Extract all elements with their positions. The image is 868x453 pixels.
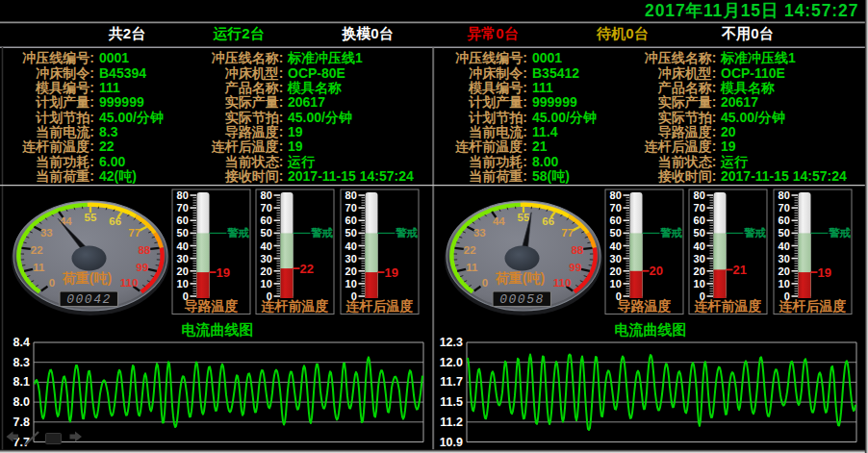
svg-text:88: 88 [571,244,583,256]
svg-text:30: 30 [261,253,272,264]
svg-text:50: 50 [694,227,705,239]
svg-text:60: 60 [779,214,790,226]
svg-text:88: 88 [138,244,150,256]
svg-text:30: 30 [345,253,357,264]
svg-text:警戒: 警戒 [395,227,419,239]
svg-text:22: 22 [464,244,476,256]
svg-text:0001: 0001 [99,50,129,65]
svg-text:冲床机型:: 冲床机型: [225,65,284,81]
svg-text:当前荷重:: 当前荷重: [36,168,94,184]
svg-text:计划节拍:: 计划节拍: [35,110,94,125]
svg-text:19: 19 [385,265,398,280]
svg-text:连杆前温度: 连杆前温度 [694,298,762,314]
svg-text:运行2台: 运行2台 [213,25,264,41]
svg-text:22: 22 [99,138,115,154]
svg-text:60: 60 [694,214,705,226]
svg-text:40: 40 [694,240,705,252]
svg-text:冲床制令:: 冲床制令: [469,65,527,81]
svg-text:当前状态:: 当前状态: [225,154,284,169]
svg-text:8.00: 8.00 [532,154,558,169]
svg-text:20: 20 [694,265,705,277]
svg-text:电流曲线图: 电流曲线图 [182,321,254,338]
svg-text:11.2: 11.2 [440,415,463,429]
svg-text:导路温度: 导路温度 [618,298,672,314]
svg-text:60: 60 [610,214,622,226]
svg-text:冲压线名称:: 冲压线名称: [645,50,717,65]
svg-text:20617: 20617 [288,94,325,110]
svg-text:40: 40 [610,240,622,252]
svg-text:80: 80 [610,189,622,201]
svg-text:模具名称: 模具名称 [720,80,775,95]
svg-text:40: 40 [779,240,790,252]
svg-text:45.00/分钟: 45.00/分钟 [99,110,164,125]
svg-text:冲床制令:: 冲床制令: [36,65,94,81]
svg-text:50: 50 [345,227,357,239]
svg-text:55: 55 [85,212,97,223]
svg-text:50: 50 [779,227,790,239]
svg-text:导路温度:: 导路温度: [225,124,284,139]
svg-text:12.3: 12.3 [440,336,463,349]
svg-text:当前功耗:: 当前功耗: [469,154,527,169]
svg-text:33: 33 [473,227,486,239]
svg-text:22: 22 [300,262,314,276]
svg-text:40: 40 [345,240,357,252]
svg-text:2017-11-15 14:57:24: 2017-11-15 14:57:24 [721,168,847,184]
svg-text:8.0: 8.0 [13,395,30,409]
svg-text:70: 70 [694,202,705,214]
svg-text:11: 11 [33,262,45,273]
svg-text:连杆后温度: 连杆后温度 [779,298,847,314]
svg-text:70: 70 [610,202,622,214]
svg-text:20: 20 [345,265,357,277]
svg-text:8.3: 8.3 [13,356,30,369]
svg-text:实际节拍:: 实际节拍: [225,110,284,125]
svg-text:模具编号:: 模具编号: [35,80,94,95]
svg-text:30: 30 [610,253,622,264]
svg-text:999999: 999999 [99,94,144,110]
svg-text:80: 80 [177,189,189,201]
svg-text:连杆后温度: 连杆后温度 [345,298,414,314]
svg-text:荷重(吨): 荷重(吨) [62,270,112,286]
svg-text:冲压线编号:: 冲压线编号: [455,50,527,65]
svg-text:111: 111 [532,80,553,95]
svg-text:实际产量:: 实际产量: [658,94,717,110]
svg-text:接收时间:: 接收时间: [224,168,284,184]
svg-text:70: 70 [261,202,272,214]
svg-text:待机0台: 待机0台 [596,25,648,41]
svg-text:99: 99 [136,262,148,273]
svg-text:0: 0 [482,277,488,289]
svg-text:40: 40 [177,240,189,252]
svg-text:30: 30 [694,253,705,264]
svg-text:不用0台: 不用0台 [721,25,773,41]
svg-text:70: 70 [779,202,790,214]
svg-text:计划产量:: 计划产量: [35,94,94,110]
svg-text:产品名称:: 产品名称: [657,80,717,95]
svg-text:当前功耗:: 当前功耗: [36,154,94,169]
svg-text:接收时间:: 接收时间: [657,168,717,184]
svg-text:10: 10 [610,278,622,289]
svg-text:当前电流:: 当前电流: [469,124,527,139]
svg-text:共2台: 共2台 [109,25,145,41]
svg-text:50: 50 [177,227,189,239]
svg-text:0: 0 [49,277,55,289]
svg-text:70: 70 [177,202,189,214]
svg-text:19: 19 [818,265,831,280]
svg-text:19: 19 [288,124,303,139]
svg-text:11.7: 11.7 [440,375,463,389]
svg-text:连杆前温度:: 连杆前温度: [454,138,527,154]
svg-text:运行: 运行 [287,154,316,169]
svg-text:10: 10 [345,278,357,289]
svg-text:实际节拍:: 实际节拍: [658,110,717,125]
svg-text:11.4: 11.4 [532,124,558,139]
svg-text:冲压线编号:: 冲压线编号: [22,50,94,65]
svg-text:异常0台: 异常0台 [467,25,518,41]
svg-text:0001: 0001 [532,50,562,65]
svg-text:产品名称:: 产品名称: [224,80,284,95]
svg-text:70: 70 [345,202,357,214]
svg-text:60: 60 [177,214,189,226]
svg-text:33: 33 [40,227,53,239]
svg-text:20617: 20617 [721,94,758,110]
svg-text:警戒: 警戒 [659,227,683,239]
svg-text:冲压线名称:: 冲压线名称: [212,50,284,65]
svg-text:50: 50 [261,227,272,239]
svg-text:连杆前温度:: 连杆前温度: [21,138,94,154]
